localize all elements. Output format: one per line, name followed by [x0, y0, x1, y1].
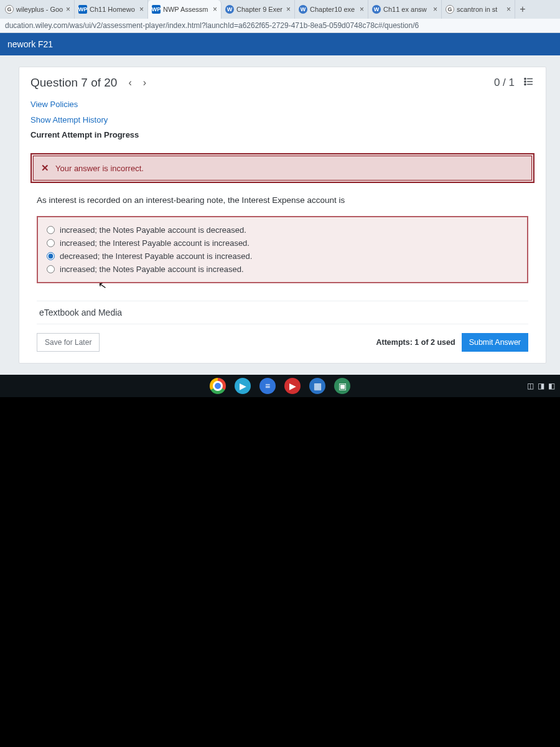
tab-favicon: W — [299, 5, 307, 14]
question-stem: As interest is recorded on an interest-b… — [37, 195, 528, 205]
tray-icon[interactable]: ◧ — [548, 382, 555, 390]
close-tab-icon[interactable]: × — [360, 5, 364, 14]
tab-label: Chapter10 exe — [310, 6, 357, 13]
tab-label: Chapter 9 Exer — [236, 6, 284, 13]
assignment-title-bar: nework F21 — [0, 33, 560, 55]
files-app-icon[interactable]: ▦ — [309, 378, 325, 394]
answer-radio[interactable] — [47, 226, 55, 234]
close-tab-icon[interactable]: × — [286, 5, 291, 14]
question-card: Question 7 of 20 ‹ › 0 / 1 View Policies… — [19, 67, 546, 364]
browser-tab[interactable]: WChapter10 exe× — [295, 0, 368, 19]
question-score: 0 / 1 — [494, 77, 515, 89]
view-policies-link[interactable]: View Policies — [30, 97, 534, 113]
attempts-info: Attempts: 1 of 2 used — [376, 338, 455, 347]
submit-answer-button[interactable]: Submit Answer — [462, 333, 528, 352]
content-area: Question 7 of 20 ‹ › 0 / 1 View Policies… — [0, 55, 560, 375]
tab-favicon: W — [225, 5, 234, 14]
answer-text: increased; the Notes Payable account is … — [60, 225, 246, 235]
answer-option[interactable]: increased; the Notes Payable account is … — [47, 263, 518, 276]
system-tray[interactable]: ◫ ◨ ◧ — [527, 382, 555, 390]
chrome-icon[interactable] — [210, 378, 226, 394]
tab-label: scantron in st — [457, 6, 504, 13]
question-footer: eTextbook and Media Save for Later Attem… — [19, 294, 546, 363]
browser-tab[interactable]: WCh11 ex answ× — [368, 0, 442, 19]
youtube-icon[interactable]: ▶ — [284, 378, 301, 394]
question-body: As interest is recorded on an interest-b… — [19, 188, 546, 294]
question-links: View Policies Show Attempt History Curre… — [19, 96, 546, 148]
tab-label: NWP Assessm — [163, 6, 210, 13]
tab-favicon: W — [372, 5, 381, 14]
close-tab-icon[interactable]: × — [66, 5, 70, 14]
os-shelf: ▶ ≡ ▶ ▦ ▣ ◫ ◨ ◧ — [0, 375, 560, 397]
tab-label: wileyplus - Goo — [16, 6, 63, 13]
tab-strip: Gwileyplus - Goo×WPCh11 Homewo×WPNWP Ass… — [0, 0, 560, 19]
gallery-app-icon[interactable]: ▣ — [334, 378, 350, 394]
question-title: Question 7 of 20 — [30, 76, 117, 90]
play-app-icon[interactable]: ▶ — [235, 378, 251, 394]
blank-area — [0, 397, 560, 746]
next-question-button[interactable]: › — [143, 77, 146, 88]
tab-label: Ch11 ex answ — [383, 6, 431, 13]
close-tab-icon[interactable]: × — [433, 5, 437, 14]
browser-tab[interactable]: WPNWP Assessm× — [148, 0, 222, 19]
tab-favicon: WP — [152, 5, 161, 14]
save-for-later-button[interactable]: Save for Later — [37, 333, 100, 352]
question-header: Question 7 of 20 ‹ › 0 / 1 — [19, 67, 546, 96]
close-tab-icon[interactable]: × — [213, 5, 217, 14]
answer-option[interactable]: decreased; the Interest Payable account … — [47, 250, 518, 263]
answer-radio[interactable] — [47, 265, 55, 273]
etextbook-link[interactable]: eTextbook and Media — [37, 301, 528, 324]
feedback-text: Your answer is incorrect. — [55, 164, 144, 173]
svg-point-0 — [525, 78, 526, 79]
svg-point-2 — [525, 81, 526, 82]
browser-tab[interactable]: Gscantron in st× — [442, 0, 515, 19]
question-list-icon[interactable] — [523, 76, 534, 90]
answer-radio[interactable] — [47, 239, 55, 247]
docs-app-icon[interactable]: ≡ — [259, 378, 276, 394]
tab-favicon: G — [446, 5, 454, 14]
feedback-banner: ✕ Your answer is incorrect. — [30, 153, 534, 183]
answer-options: increased; the Notes Payable account is … — [37, 216, 528, 283]
tab-label: Ch11 Homewo — [90, 6, 137, 13]
prev-question-button[interactable]: ‹ — [128, 77, 131, 88]
tray-icon[interactable]: ◫ — [527, 382, 534, 390]
show-attempt-history-link[interactable]: Show Attempt History — [30, 113, 534, 128]
browser-tab[interactable]: WPCh11 Homewo× — [75, 0, 148, 19]
new-tab-button[interactable]: + — [515, 0, 530, 19]
tab-favicon: WP — [78, 5, 87, 14]
svg-point-4 — [525, 83, 526, 85]
incorrect-icon: ✕ — [41, 162, 49, 174]
answer-option[interactable]: increased; the Interest Payable account … — [47, 237, 518, 250]
answer-radio[interactable] — [47, 252, 55, 260]
answer-option[interactable]: increased; the Notes Payable account is … — [47, 223, 518, 237]
attempt-status: Current Attempt in Progress — [30, 128, 534, 143]
answer-text: increased; the Interest Payable account … — [60, 238, 250, 248]
tab-favicon: G — [5, 5, 14, 14]
address-bar[interactable]: ducation.wiley.com/was/ui/v2/assessment-… — [0, 19, 560, 33]
answer-text: decreased; the Interest Payable account … — [60, 251, 252, 261]
browser-tab[interactable]: WChapter 9 Exer× — [222, 0, 295, 19]
feedback-banner-wrap: ✕ Your answer is incorrect. — [19, 148, 546, 188]
close-tab-icon[interactable]: × — [506, 5, 511, 14]
browser-tab[interactable]: Gwileyplus - Goo× — [1, 0, 75, 19]
close-tab-icon[interactable]: × — [139, 5, 144, 14]
answer-text: increased; the Notes Payable account is … — [60, 265, 244, 274]
question-nav: ‹ › — [128, 77, 146, 88]
browser-chrome: Gwileyplus - Goo×WPCh11 Homewo×WPNWP Ass… — [0, 0, 560, 33]
assignment-title: nework F21 — [7, 39, 53, 49]
tray-icon[interactable]: ◨ — [538, 382, 544, 390]
